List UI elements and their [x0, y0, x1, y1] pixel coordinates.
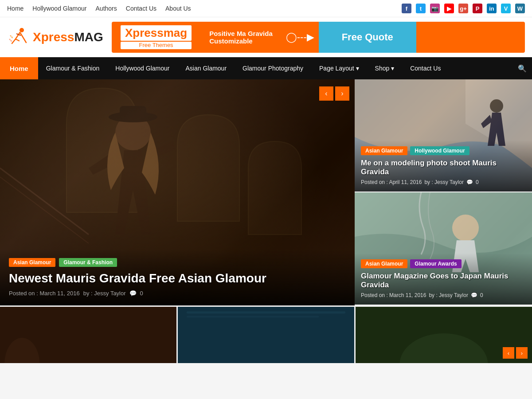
article-2-tag-2[interactable]: Glamour Awards — [410, 259, 461, 268]
svg-rect-12 — [187, 311, 345, 313]
brand-wrap: Xpressmag Free Themes — [121, 25, 192, 49]
top-nav: Home Hollywood Glamour Authors Contact U… — [7, 5, 191, 12]
svg-point-0 — [20, 28, 24, 32]
nav-glamour-photography[interactable]: Glamour Photography — [235, 57, 311, 79]
nav-page-layout[interactable]: Page Layout ▾ — [311, 57, 367, 79]
article-1-title: Me on a modeling photo shoot Mauris Grav… — [361, 159, 526, 176]
bottom-card-3-prev[interactable]: ‹ — [503, 347, 514, 359]
linkedin-icon[interactable]: in — [487, 4, 497, 13]
bottom-card-2 — [178, 307, 356, 363]
banner-arrow-icon: ◯---▶ — [282, 22, 319, 53]
article-1-overlay: Asian Glamour Hollywood Glamour Me on a … — [355, 140, 532, 192]
search-icon[interactable]: 🔍 — [512, 57, 532, 79]
article-1-by: by : Jessy Taylor — [424, 179, 463, 185]
article-1-tags: Asian Glamour Hollywood Glamour — [361, 146, 526, 155]
article-1-comments: 0 — [476, 179, 479, 185]
hero-title: Newest Mauris Gravida Free Asian Glamour — [9, 271, 346, 286]
svg-point-8 — [452, 215, 479, 241]
comment-icon-2: 💬 — [471, 292, 477, 298]
article-2-tags: Asian Glamour Glamour Awards — [361, 259, 526, 268]
logo-area: XpressMAG — [7, 26, 105, 48]
article-1-tag-2[interactable]: Hollywood Glamour — [410, 146, 469, 155]
top-nav-home[interactable]: Home — [7, 5, 23, 12]
vimeo-icon[interactable]: V — [501, 4, 511, 13]
main-content: ‹ › Asian Glamour Glamour & Fashion Newe… — [0, 79, 532, 305]
article-2-title: Glamour Magazine Goes to Japan Mauris Gr… — [361, 272, 526, 289]
header-banner: XpressMAG Xpressmag Free Themes Positive… — [0, 17, 532, 57]
bottom-card-1 — [0, 307, 178, 363]
svg-rect-4 — [120, 106, 146, 119]
hero-tag-asian-glamour[interactable]: Asian Glamour — [9, 258, 55, 267]
main-nav: Home Glamour & Fashion Hollywood Glamour… — [0, 57, 532, 79]
svg-point-6 — [490, 99, 503, 113]
svg-rect-11 — [178, 307, 354, 363]
comment-icon: 💬 — [129, 290, 137, 297]
article-2-comments: 0 — [480, 292, 483, 298]
article-1-posted-on: Posted on : April 11, 2016 — [361, 179, 422, 185]
top-bar: Home Hollywood Glamour Authors Contact U… — [0, 0, 532, 17]
banner-brand-name: Xpressmag — [121, 25, 192, 41]
nav-hollywood-glamour[interactable]: Hollywood Glamour — [107, 57, 177, 79]
hero-comments: 0 — [140, 290, 143, 297]
top-nav-contact[interactable]: Contact Us — [126, 5, 156, 12]
article-card-2: Asian Glamour Glamour Awards Glamour Mag… — [355, 192, 532, 305]
hero-prev-button[interactable]: ‹ — [319, 86, 333, 101]
right-column: Asian Glamour Hollywood Glamour Me on a … — [355, 79, 532, 305]
bottom-card-3: ‹ › — [356, 307, 532, 363]
facebook-icon[interactable]: f — [402, 4, 411, 13]
hero-posted-on: Posted on : March 11, 2016 — [9, 290, 80, 297]
top-nav-authors[interactable]: Authors — [96, 5, 117, 12]
nav-contact-us[interactable]: Contact Us — [402, 57, 449, 79]
hero-overlay: Asian Glamour Glamour & Fashion Newest M… — [0, 249, 355, 305]
article-2-meta: Posted on : March 11, 2016 by : Jessy Ta… — [361, 292, 526, 298]
article-2-posted-on: Posted on : March 11, 2016 — [361, 292, 426, 298]
article-2-by: by : Jessy Taylor — [429, 292, 468, 298]
wordpress-icon[interactable]: W — [515, 4, 525, 13]
googleplus-icon[interactable]: g+ — [458, 4, 468, 13]
article-1-meta: Posted on : April 11, 2016 by : Jessy Ta… — [361, 179, 526, 185]
article-2-overlay: Asian Glamour Glamour Awards Glamour Mag… — [355, 253, 532, 305]
banner-left: Xpressmag Free Themes — [112, 22, 200, 53]
hero-next-button[interactable]: › — [335, 86, 349, 101]
nav-shop[interactable]: Shop ▾ — [367, 57, 403, 79]
article-2-tag-1[interactable]: Asian Glamour — [361, 259, 407, 268]
comment-icon-1: 💬 — [466, 179, 473, 185]
hero-slider: ‹ › Asian Glamour Glamour & Fashion Newe… — [0, 79, 355, 305]
nav-asian-glamour[interactable]: Asian Glamour — [177, 57, 235, 79]
article-1-tag-1[interactable]: Asian Glamour — [361, 146, 407, 155]
logo-icon — [7, 26, 29, 48]
hero-by: by : Jessy Taylor — [83, 290, 126, 297]
top-nav-hollywood[interactable]: Hollywood Glamour — [32, 5, 86, 12]
hero-meta: Posted on : March 11, 2016 by : Jessy Ta… — [9, 290, 346, 297]
bottom-row: ‹ › — [0, 305, 532, 363]
nav-glamour-fashion[interactable]: Glamour & Fashion — [38, 57, 108, 79]
bottom-card-3-next[interactable]: › — [516, 347, 528, 359]
logo-text: XpressMAG — [33, 30, 103, 44]
youtube-icon[interactable]: ▶ — [444, 4, 454, 13]
banner-brand-sub: Free Themes — [121, 42, 192, 49]
hero-tags: Asian Glamour Glamour & Fashion — [9, 258, 346, 267]
instagram-icon[interactable]: 📷 — [430, 4, 440, 13]
twitter-icon[interactable]: t — [416, 4, 426, 13]
banner-area: Xpressmag Free Themes Positive Ma Gravid… — [112, 22, 525, 53]
free-quote-button[interactable]: Free Quote — [319, 22, 416, 53]
banner-tagline: Positive Ma Gravida Customizable — [200, 22, 282, 53]
pinterest-icon[interactable]: P — [473, 4, 482, 13]
article-card-1: Asian Glamour Hollywood Glamour Me on a … — [355, 79, 532, 192]
svg-rect-13 — [187, 316, 319, 317]
hero-tag-glamour-fashion[interactable]: Glamour & Fashion — [59, 258, 117, 267]
nav-home[interactable]: Home — [0, 57, 38, 79]
top-nav-about[interactable]: About Us — [165, 5, 191, 12]
social-icons: f t 📷 ▶ g+ P in V W — [402, 4, 525, 13]
